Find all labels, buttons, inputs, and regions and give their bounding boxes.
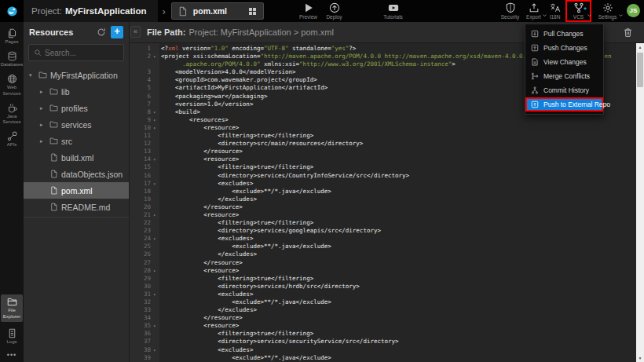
- menu-item-view-changes[interactable]: View Changes: [525, 55, 603, 69]
- pages-icon: [7, 28, 17, 38]
- project-strip: Project: MyFirstApplication: [24, 0, 158, 22]
- menu-item-label: Commit History: [543, 86, 589, 94]
- caret-right-icon[interactable]: ▸: [40, 89, 46, 95]
- code-line: 10▾ <resource>: [130, 124, 636, 132]
- view-changes-icon: [531, 58, 539, 66]
- tool-deploy-button[interactable]: Deploy: [324, 2, 345, 20]
- code-text: <exclude>**/*.java</exclude>: [159, 354, 636, 362]
- code-line: 12 <directory>src/main/resources</direct…: [130, 140, 636, 148]
- menu-item-merge-conflicts[interactable]: Merge Conflicts: [525, 69, 603, 83]
- sidebar-item-java-services[interactable]: Java Services: [1, 103, 23, 125]
- sidebar-item-web-services[interactable]: Web Services: [1, 74, 23, 96]
- tool-label: Export: [526, 14, 541, 20]
- folder-icon: [49, 120, 58, 129]
- line-number: 9: [130, 116, 153, 124]
- fold-marker[interactable]: ▾: [153, 346, 159, 354]
- fold-marker[interactable]: ▾: [153, 116, 159, 124]
- menu-item-push-changes[interactable]: Push Changes: [525, 41, 603, 55]
- scroll-up-button[interactable]: ▲: [636, 43, 644, 51]
- tool-settings-button[interactable]: Settings: [595, 2, 620, 20]
- add-resource-button[interactable]: +: [111, 26, 123, 38]
- fold-marker[interactable]: ▾: [153, 267, 159, 275]
- user-avatar[interactable]: JS: [627, 4, 640, 17]
- code-line: 37 <directory>services/securityService/s…: [130, 338, 636, 346]
- tool-security-button[interactable]: Security: [497, 2, 523, 20]
- code-line: 17▾ <excludes>: [130, 180, 636, 188]
- fold-spacer: [153, 60, 159, 68]
- line-number: 22: [130, 219, 153, 227]
- vertical-scrollbar[interactable]: ▲ ▼: [636, 43, 644, 362]
- tree-item-build-xml[interactable]: build.xml: [24, 149, 129, 166]
- fold-spacer: [153, 163, 159, 171]
- fold-marker[interactable]: ▾: [153, 322, 159, 330]
- menu-item-pull-changes[interactable]: Pull Changes: [525, 27, 603, 41]
- commit-history-icon: [531, 86, 539, 94]
- line-number: 23: [130, 227, 153, 235]
- collapse-panel-button[interactable]: «: [130, 26, 141, 38]
- line-number: 12: [130, 140, 153, 148]
- fold-marker[interactable]: ▾: [153, 235, 159, 243]
- fold-marker[interactable]: ▾: [153, 155, 159, 163]
- line-number: 29: [130, 275, 153, 283]
- code-line: 9▾ <resources>: [130, 116, 636, 124]
- trash-icon[interactable]: [623, 27, 633, 38]
- push-external-icon: [531, 101, 539, 108]
- fold-marker[interactable]: ▾: [153, 291, 159, 298]
- tree-item-pom-xml[interactable]: pom.xml: [24, 182, 129, 199]
- tab-pom-xml[interactable]: pom.xml: [171, 2, 264, 20]
- sidebar-item-databases[interactable]: Databases: [1, 51, 23, 68]
- tree-item-src[interactable]: ▸src: [24, 133, 129, 149]
- caret-right-icon[interactable]: ▸: [40, 122, 46, 128]
- chevron-down-icon[interactable]: [587, 7, 592, 21]
- sidebar-item-file-explorer[interactable]: File Explorer: [1, 294, 23, 321]
- apis-icon: [7, 131, 17, 141]
- push-icon: [531, 44, 539, 52]
- menu-item-commit-history[interactable]: Commit History: [525, 83, 603, 97]
- code-text: <exclude>**/*.java</exclude>: [159, 298, 636, 306]
- fold-spacer: [153, 275, 159, 283]
- code-line: 26 </excludes>: [130, 250, 636, 258]
- tree-item-lib[interactable]: ▸lib: [24, 83, 129, 100]
- code-line: 36 <filtering>true</filtering>: [130, 330, 636, 338]
- tree-item-dataobjects-json[interactable]: dataObjects.json: [24, 166, 129, 182]
- tree-item-profiles[interactable]: ▸profiles: [24, 100, 129, 116]
- tree-item-myfirstapplication[interactable]: ▾MyFirstApplication: [24, 67, 129, 83]
- fold-marker[interactable]: ▾: [153, 108, 159, 116]
- search-icon: [34, 49, 42, 57]
- fold-spacer: [153, 148, 159, 155]
- caret-right-icon[interactable]: ▸: [40, 138, 46, 144]
- tool-i18n-button[interactable]: I18N: [544, 2, 565, 20]
- code-line: 38▾ <excludes>: [130, 346, 636, 354]
- scroll-down-button[interactable]: ▼: [636, 354, 644, 362]
- refresh-icon[interactable]: [97, 27, 106, 37]
- sidebar-item-logs[interactable]: Logs: [1, 328, 23, 345]
- tool-preview-button[interactable]: Preview: [295, 2, 321, 20]
- tree-item-readme-md[interactable]: README.md: [24, 199, 129, 215]
- tree-item-label: pom.xml: [61, 186, 93, 196]
- menu-item-push-to-external-repo[interactable]: Push to External Repo: [525, 97, 603, 112]
- web-services-icon: [7, 74, 17, 84]
- tool-vcs-button[interactable]: VCS: [568, 2, 589, 20]
- scrollbar-thumb[interactable]: [637, 53, 643, 87]
- tool-export-button[interactable]: Export: [523, 2, 544, 20]
- sidebar-item-pages[interactable]: Pages: [1, 28, 23, 45]
- caret-right-icon[interactable]: ▸: [40, 105, 46, 112]
- tree-item-services[interactable]: ▸services: [24, 116, 129, 133]
- fold-marker[interactable]: ▾: [153, 124, 159, 132]
- sidebar-item-apis[interactable]: APIs: [1, 131, 23, 148]
- chevron-down-icon[interactable]: [618, 7, 624, 21]
- fold-marker[interactable]: ▾: [153, 180, 159, 188]
- line-number: 33: [130, 306, 153, 314]
- app-logo[interactable]: [0, 0, 24, 22]
- fold-marker[interactable]: ▾: [153, 211, 159, 219]
- folder-icon: [49, 104, 58, 112]
- tool-tutorials-button[interactable]: Tutorials: [380, 2, 406, 20]
- sidebar-item-label: Java Services: [1, 114, 23, 125]
- fold-marker[interactable]: ▾: [153, 53, 159, 60]
- more-options-icon[interactable]: •••: [7, 351, 16, 359]
- grid-icon[interactable]: [247, 6, 258, 16]
- code-text: </resource>: [159, 259, 636, 267]
- fold-spacer: [153, 172, 159, 180]
- caret-down-icon[interactable]: ▾: [29, 72, 35, 79]
- search-input[interactable]: [45, 49, 119, 57]
